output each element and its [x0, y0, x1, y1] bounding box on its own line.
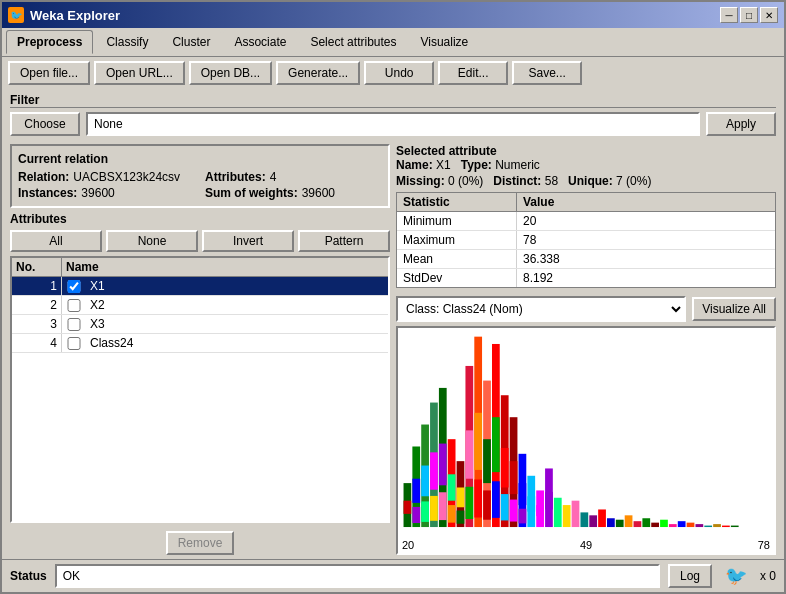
svg-rect-21: [465, 430, 473, 478]
selected-attr-title: Selected attribute: [396, 144, 776, 158]
svg-rect-18: [457, 487, 465, 507]
row-no-1: 1: [12, 277, 62, 295]
stat-max-value: 78: [517, 231, 597, 249]
svg-rect-65: [713, 524, 721, 527]
stat-stddev-value: 8.192: [517, 269, 597, 287]
generate-button[interactable]: Generate...: [276, 61, 360, 85]
svg-rect-62: [687, 523, 695, 527]
svg-rect-60: [669, 524, 677, 527]
open-file-button[interactable]: Open file...: [8, 61, 90, 85]
svg-rect-28: [483, 490, 491, 519]
filter-input[interactable]: [86, 112, 700, 136]
svg-rect-55: [625, 515, 633, 527]
col-no: No.: [12, 258, 62, 276]
open-url-button[interactable]: Open URL...: [94, 61, 185, 85]
close-button[interactable]: ✕: [760, 7, 778, 23]
filter-row: Choose Apply: [10, 112, 776, 136]
save-button[interactable]: Save...: [512, 61, 582, 85]
row-check-4[interactable]: [66, 337, 82, 350]
svg-rect-47: [554, 498, 562, 527]
svg-rect-31: [492, 481, 500, 518]
svg-rect-52: [598, 509, 606, 527]
apply-button[interactable]: Apply: [706, 112, 776, 136]
app-icon: 🐦: [8, 7, 24, 23]
invert-button[interactable]: Invert: [202, 230, 294, 252]
stat-row-min: Minimum 20: [397, 212, 775, 231]
stat-mean-value: 36.338: [517, 250, 597, 268]
svg-rect-12: [439, 444, 447, 486]
row-no-4: 4: [12, 334, 62, 352]
svg-rect-58: [651, 523, 659, 527]
histogram-axis: 20 49 78: [398, 539, 774, 551]
log-button[interactable]: Log: [668, 564, 712, 588]
remove-button[interactable]: Remove: [166, 531, 235, 555]
undo-button[interactable]: Undo: [364, 61, 434, 85]
attributes-label: Attributes:: [205, 170, 266, 184]
table-row[interactable]: 3 X3: [12, 315, 388, 334]
svg-rect-22: [465, 487, 473, 519]
name-value: X1: [436, 158, 451, 172]
stat-table-header: Statistic Value: [397, 193, 775, 212]
edit-button[interactable]: Edit...: [438, 61, 508, 85]
stat-row-stddev: StdDev 8.192: [397, 269, 775, 287]
title-bar: 🐦 Weka Explorer ─ □ ✕: [2, 2, 784, 28]
maximize-button[interactable]: □: [740, 7, 758, 23]
none-button[interactable]: None: [106, 230, 198, 252]
row-check-1[interactable]: [66, 280, 82, 293]
type-value: Numeric: [495, 158, 540, 172]
title-bar-left: 🐦 Weka Explorer: [8, 7, 120, 23]
tab-associate[interactable]: Associate: [223, 30, 297, 54]
tab-classify[interactable]: Classify: [95, 30, 159, 54]
row-check-2[interactable]: [66, 299, 82, 312]
stat-stddev-label: StdDev: [397, 269, 517, 287]
histogram-svg: [398, 328, 774, 553]
table-row[interactable]: 1 X1: [12, 277, 388, 296]
tab-visualize[interactable]: Visualize: [409, 30, 479, 54]
stat-min-label: Minimum: [397, 212, 517, 230]
attributes-value: 4: [270, 170, 277, 184]
missing-value: 0 (0%): [448, 174, 483, 188]
row-name-3: X3: [86, 315, 388, 333]
row-check-3[interactable]: [66, 318, 82, 331]
svg-rect-44: [536, 505, 544, 516]
svg-rect-49: [572, 501, 580, 527]
svg-rect-36: [510, 461, 518, 494]
attributes-item: Attributes: 4: [205, 170, 382, 184]
minimize-button[interactable]: ─: [720, 7, 738, 23]
svg-rect-37: [510, 500, 518, 522]
sum-weights-value: 39600: [302, 186, 335, 200]
stat-row-max: Maximum 78: [397, 231, 775, 250]
selected-attr-header: Selected attribute Name: X1 Type: Numeri…: [396, 144, 776, 188]
filter-section: Filter Choose Apply: [2, 89, 784, 140]
tab-cluster[interactable]: Cluster: [161, 30, 221, 54]
svg-rect-10: [430, 496, 438, 521]
instances-value: 39600: [81, 186, 114, 200]
class-select[interactable]: Class: Class24 (Nom): [396, 296, 686, 322]
row-no-3: 3: [12, 315, 62, 333]
relation-label: Relation:: [18, 170, 69, 184]
svg-rect-34: [501, 494, 509, 520]
pattern-button[interactable]: Pattern: [298, 230, 390, 252]
all-button[interactable]: All: [10, 230, 102, 252]
tab-preprocess[interactable]: Preprocess: [6, 30, 93, 54]
svg-rect-50: [580, 512, 588, 527]
choose-button[interactable]: Choose: [10, 112, 80, 136]
missing-item: Missing: 0 (0%): [396, 174, 483, 188]
weka-bird-icon: 🐦: [720, 564, 752, 588]
unique-value: 7 (0%): [616, 174, 651, 188]
svg-rect-30: [492, 417, 500, 472]
svg-rect-27: [483, 439, 491, 483]
axis-max: 78: [758, 539, 770, 551]
relation-grid: Relation: UACBSX123k24csv Attributes: 4 …: [18, 170, 382, 200]
row-no-2: 2: [12, 296, 62, 314]
unique-label: Unique:: [568, 174, 613, 188]
attr-table-header: No. Name: [12, 258, 388, 277]
stat-mean-label: Mean: [397, 250, 517, 268]
table-row[interactable]: 4 Class24: [12, 334, 388, 353]
table-row[interactable]: 2 X2: [12, 296, 388, 315]
svg-rect-63: [695, 524, 703, 527]
svg-rect-13: [439, 492, 447, 520]
tab-select-attributes[interactable]: Select attributes: [299, 30, 407, 54]
open-db-button[interactable]: Open DB...: [189, 61, 272, 85]
visualize-all-button[interactable]: Visualize All: [692, 297, 776, 321]
